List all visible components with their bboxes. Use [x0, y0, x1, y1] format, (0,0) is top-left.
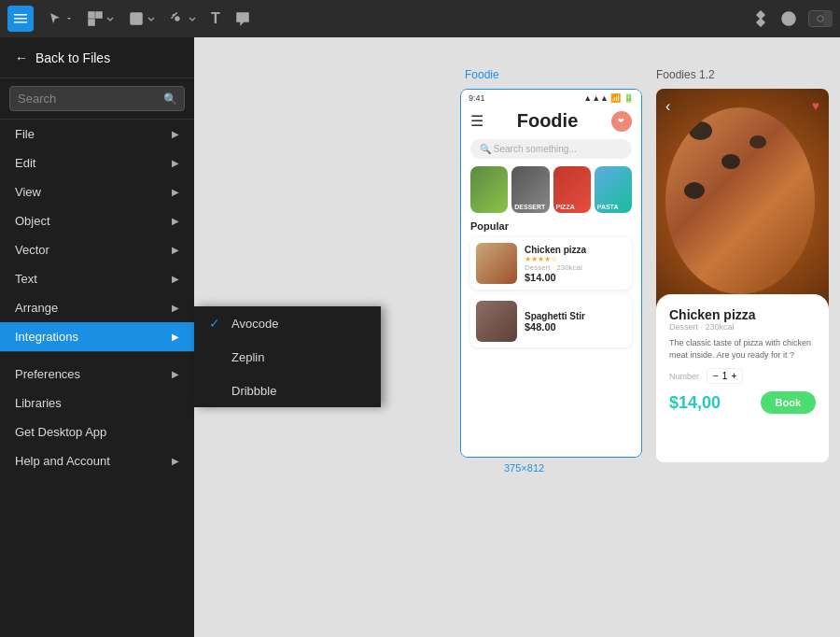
select-tool[interactable] [49, 12, 73, 25]
sidebar-item-libraries[interactable]: Libraries [0, 389, 194, 418]
cat-img-salad [470, 166, 508, 213]
svg-rect-5 [89, 20, 94, 25]
sidebar: Back to Files 🔍 File ▶ Edit ▶ View ▶ Obj… [0, 37, 194, 637]
cat-img-pizza: PIZZA [553, 166, 591, 213]
foodie-search[interactable]: 🔍 Search something... [470, 139, 632, 159]
back-to-files[interactable]: Back to Files [0, 37, 194, 78]
submenu-item-zeplin[interactable]: ✓ Zeplin [194, 340, 381, 374]
svg-rect-1 [14, 18, 27, 20]
comment-tool[interactable] [235, 11, 250, 26]
component-icon[interactable] [752, 10, 769, 27]
pizza-olive3 [684, 182, 705, 199]
foodies-popup-subtitle: Dessert · 230kcal [669, 322, 816, 332]
pizza-bg: ‹ ♥ [656, 89, 829, 313]
cat-img-pasta: PASTA [595, 166, 632, 213]
svg-rect-6 [131, 13, 142, 24]
popular-label: Popular [461, 220, 641, 237]
frame-foodies[interactable]: ‹ ♥ Chicken pizza Dessert · 230kcal The … [656, 89, 829, 462]
menu-bottom: Preferences ▶ Libraries Get Desktop App … [0, 351, 194, 483]
submenu-item-avocode[interactable]: ✓ Avocode [194, 306, 381, 340]
pizza-olive2 [721, 154, 740, 169]
sidebar-item-object[interactable]: Object ▶ [0, 206, 194, 235]
food-img-2 [476, 301, 517, 342]
food-info-2: Spaghetti Stir $48.00 [525, 311, 626, 333]
foodies-back-icon[interactable]: ‹ [665, 98, 670, 115]
search-input[interactable] [9, 86, 185, 111]
pizza-shape [665, 107, 815, 294]
foodie-header: ☰ Foodie ❤ [461, 106, 641, 139]
shape-tool[interactable] [129, 11, 155, 26]
foodies-popup-desc: The classic taste of pizza with chicken … [669, 337, 816, 361]
text-tool[interactable]: T [211, 10, 220, 27]
cat-img-dessert: DESSERT [511, 166, 549, 213]
foodies-popup-card: Chicken pizza Dessert · 230kcal The clas… [656, 294, 829, 427]
sidebar-item-help[interactable]: Help and Account ▶ [0, 446, 194, 475]
svg-rect-11 [823, 11, 833, 27]
frame-label-foodie: Foodie [465, 68, 499, 81]
foodie-app: 9:41 ▲▲▲ 📶 🔋 ☰ Foodie ❤ 🔍 Search somethi… [461, 90, 641, 457]
sidebar-item-preferences[interactable]: Preferences ▶ [0, 360, 194, 389]
integrations-submenu: ✓ Avocode ✓ Zeplin ✓ Dribbble [194, 306, 381, 407]
arrow-icon: ▶ [172, 216, 179, 226]
foodie-avatar: ❤ [611, 111, 632, 132]
menu-button[interactable] [7, 6, 34, 32]
menu-items-list: File ▶ Edit ▶ View ▶ Object ▶ Vector ▶ T… [0, 120, 194, 637]
food-card-2: Spaghetti Stir $48.00 [470, 295, 632, 347]
share-icon[interactable]: ⬡ [808, 10, 833, 27]
arrow-icon: ▶ [172, 274, 179, 284]
food-card-1: Chicken pizza ★★★★☆ Dessert · 230kcal $1… [470, 237, 632, 290]
search-icon[interactable]: 🔍 [163, 92, 177, 106]
check-icon: ✓ [209, 316, 224, 331]
hamburger-icon: ☰ [470, 112, 483, 130]
svg-rect-4 [96, 12, 102, 18]
frame-size-label: 375×812 [504, 462, 544, 474]
sidebar-item-text[interactable]: Text ▶ [0, 264, 194, 293]
food-info-1: Chicken pizza ★★★★☆ Dessert · 230kcal $1… [525, 245, 626, 283]
sidebar-item-get-desktop[interactable]: Get Desktop App [0, 418, 194, 446]
svg-rect-0 [14, 14, 27, 16]
sidebar-item-arrange[interactable]: Arrange ▶ [0, 293, 194, 322]
arrow-icon: ▶ [172, 369, 179, 379]
sidebar-item-view[interactable]: View ▶ [0, 177, 194, 206]
arrow-icon: ▶ [172, 245, 179, 255]
theme-icon[interactable] [780, 10, 797, 27]
foodies-number-row: Number − 1 + [669, 368, 816, 384]
svg-point-7 [175, 17, 179, 21]
svg-rect-3 [89, 12, 94, 18]
pizza-olive [689, 121, 712, 140]
arrow-icon: ▶ [172, 332, 179, 342]
arrow-icon: ▶ [172, 303, 179, 313]
sidebar-item-edit[interactable]: Edit ▶ [0, 149, 194, 177]
food-img-1 [476, 243, 517, 284]
arrow-icon: ▶ [172, 187, 179, 197]
pen-tool[interactable] [170, 11, 196, 26]
pizza-olive4 [749, 135, 766, 149]
foodie-categories: DESSERT PIZZA PASTA [461, 166, 641, 220]
number-control[interactable]: − 1 + [707, 368, 743, 384]
svg-text:⬡: ⬡ [817, 14, 824, 23]
frame-tool[interactable] [88, 11, 114, 26]
arrow-icon: ▶ [172, 158, 179, 168]
frame-label-foodies: Foodies 1.2 [656, 68, 715, 81]
foodies-popup-title: Chicken pizza [669, 307, 816, 322]
svg-rect-2 [14, 21, 27, 23]
search-bar-container: 🔍 [0, 78, 194, 120]
frame-foodie[interactable]: 9:41 ▲▲▲ 📶 🔋 ☰ Foodie ❤ 🔍 Search somethi… [460, 89, 642, 458]
arrow-icon: ▶ [172, 456, 179, 466]
sidebar-item-vector[interactable]: Vector ▶ [0, 235, 194, 264]
foodies-price-row: $14,00 Book [669, 391, 816, 414]
sidebar-item-file[interactable]: File ▶ [0, 120, 194, 149]
foodies-book-button[interactable]: Book [761, 391, 817, 414]
arrow-icon: ▶ [172, 129, 179, 139]
main-area: Back to Files 🔍 File ▶ Edit ▶ View ▶ Obj… [0, 37, 840, 637]
foodie-status-bar: 9:41 ▲▲▲ 📶 🔋 [461, 90, 641, 106]
toolbar: T ⬡ [0, 0, 840, 37]
foodie-title: Foodie [517, 110, 579, 132]
foodies-heart-icon[interactable]: ♥ [812, 98, 819, 113]
sidebar-item-integrations[interactable]: Integrations ▶ [0, 322, 194, 351]
foodies-price-value: $14,00 [669, 393, 721, 413]
submenu-item-dribbble[interactable]: ✓ Dribbble [194, 374, 381, 407]
